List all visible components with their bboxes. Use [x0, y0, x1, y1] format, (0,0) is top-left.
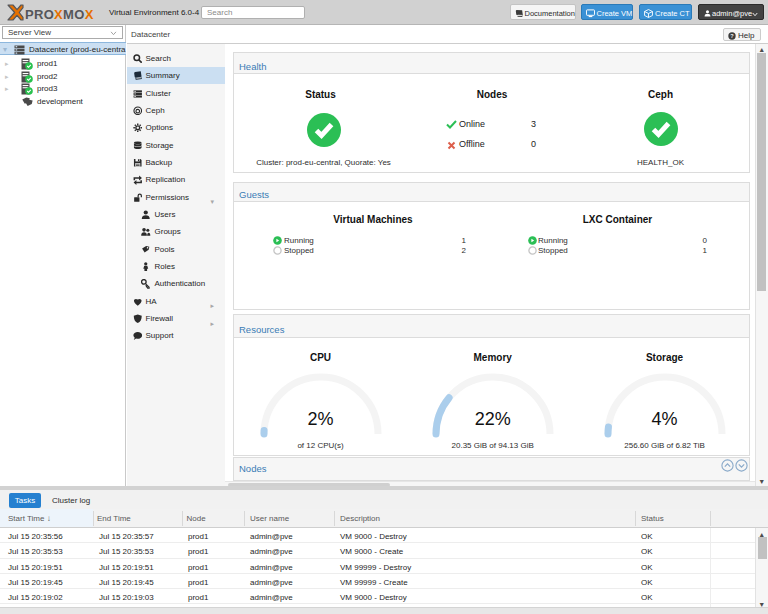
svg-text:?: ? — [730, 33, 734, 39]
